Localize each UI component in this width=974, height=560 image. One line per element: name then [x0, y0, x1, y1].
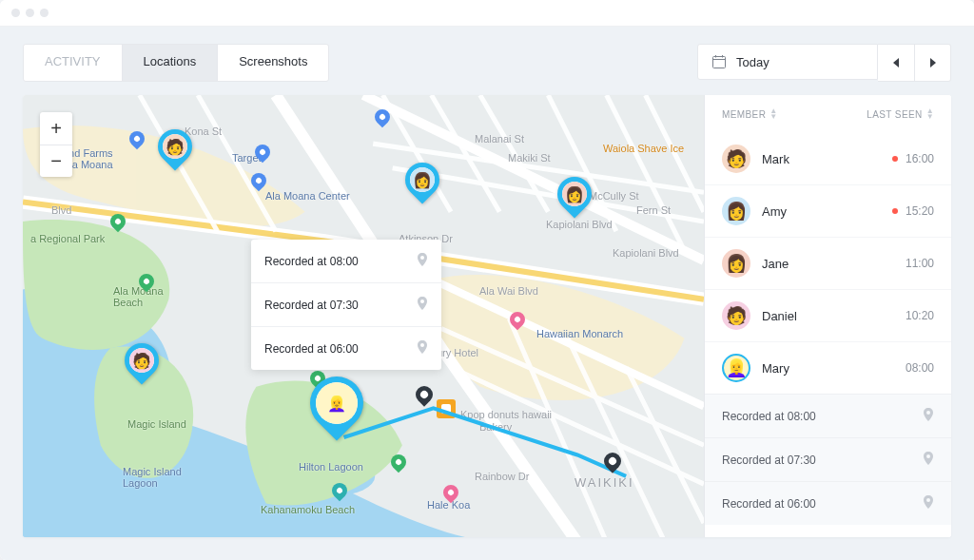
date-selector[interactable]: Today: [697, 44, 878, 80]
member-time: 11:00: [906, 257, 934, 270]
member-time: 08:00: [906, 361, 934, 375]
member-row[interactable]: 🧑 Daniel 10:20: [705, 289, 951, 341]
record-label: Recorded at 06:00: [722, 497, 816, 511]
map-view[interactable]: and Farms Ala MoanaKona StTargetAla Moan…: [23, 95, 704, 537]
poi-pin: [255, 145, 270, 164]
map-label: Rainbow Dr: [475, 471, 529, 482]
member-name: Daniel: [762, 309, 797, 323]
live-indicator-icon: [892, 208, 898, 214]
avatar: 🧑: [722, 145, 750, 173]
avatar: 🧑: [722, 301, 750, 330]
pin-icon: [417, 253, 428, 269]
poi-pin: [443, 485, 458, 504]
map-pin-jane[interactable]: 👩: [557, 177, 592, 219]
avatar: 👱‍♀️: [722, 354, 750, 382]
avatar: 👩: [722, 197, 750, 225]
traffic-dot: [11, 9, 20, 17]
sort-icon: ▲▼: [769, 108, 777, 120]
map-label: Fern St: [636, 204, 671, 216]
location-history-popup: Recorded at 08:00 Recorded at 07:30 Reco…: [251, 240, 441, 370]
popup-record-row[interactable]: Recorded at 08:00: [251, 240, 441, 282]
member-name: Mary: [762, 361, 789, 376]
chevron-left-icon: [893, 58, 899, 68]
chevron-right-icon: [930, 58, 936, 68]
pin-icon: [923, 408, 934, 424]
map-pin-amy[interactable]: 👩: [405, 163, 439, 204]
map-pin-daniel[interactable]: 🧑: [125, 343, 159, 385]
member-row[interactable]: 👱‍♀️ Mary 08:00: [705, 341, 951, 394]
avatar: 👩: [722, 249, 750, 278]
member-row[interactable]: 🧑 Mark 16:00: [705, 133, 951, 184]
map-label: Hilton Lagoon: [299, 461, 363, 473]
pin-icon: [923, 452, 934, 468]
map-label: Kahanamoku Beach: [261, 504, 355, 515]
map-label: Hawaiian Monarch: [536, 328, 623, 339]
live-indicator-icon: [892, 156, 898, 162]
poi-pin: [129, 131, 145, 150]
zoom-in-button[interactable]: +: [40, 112, 72, 145]
sort-member[interactable]: MEMBER ▲▼: [722, 108, 778, 120]
map-label: Magic Island Lagoon: [123, 466, 182, 489]
record-row[interactable]: Recorded at 08:00: [705, 394, 951, 437]
route-waypoint-marker[interactable]: [604, 453, 621, 475]
map-label: Makiki St: [508, 152, 551, 164]
tab-locations[interactable]: Locations: [123, 45, 219, 81]
record-row[interactable]: Recorded at 06:00: [705, 481, 951, 525]
record-row[interactable]: Recorded at 07:30: [705, 437, 951, 481]
popup-record-label: Recorded at 08:00: [264, 255, 359, 268]
record-label: Recorded at 07:30: [722, 454, 816, 467]
window-titlebar: [0, 0, 974, 27]
route-waypoint-marker[interactable]: [416, 386, 433, 409]
date-prev-button[interactable]: [878, 45, 914, 81]
map-label: Blvd: [51, 204, 71, 216]
zoom-out-button[interactable]: −: [40, 145, 72, 177]
member-header-label: MEMBER: [722, 109, 766, 120]
map-label: WAIKIKI: [575, 475, 634, 490]
popup-record-label: Recorded at 07:30: [264, 299, 359, 312]
map-label: McCully St: [589, 190, 639, 202]
pin-icon: [923, 495, 934, 512]
map-label: Ala Wai Blvd: [479, 285, 538, 297]
member-time: 16:00: [906, 152, 934, 165]
member-row[interactable]: 👩 Amy 15:20: [705, 184, 951, 237]
pin-icon: [417, 297, 428, 313]
poi-pin: [251, 173, 266, 192]
member-row[interactable]: 👩 Jane 11:00: [705, 237, 951, 289]
member-time: 15:20: [906, 204, 934, 218]
sort-icon: ▲▼: [926, 108, 934, 120]
view-tabs: ACTIVITY Locations Screenshots: [23, 44, 329, 82]
poi-pin: [391, 454, 406, 473]
members-sidebar: MEMBER ▲▼ LAST SEEN ▲▼ 🧑 Mark 16:00 👩 Am…: [704, 95, 951, 537]
record-label: Recorded at 08:00: [722, 410, 816, 423]
member-name: Amy: [762, 204, 787, 219]
popup-record-label: Recorded at 06:00: [264, 342, 359, 356]
popup-record-row[interactable]: Recorded at 06:00: [251, 326, 441, 370]
date-next-button[interactable]: [914, 45, 950, 81]
member-name: Jane: [762, 257, 789, 271]
map-label: Malanai St: [475, 133, 524, 145]
map-label: Ala Moana Center: [265, 190, 350, 202]
svg-rect-0: [713, 57, 726, 68]
date-label: Today: [736, 55, 769, 69]
map-label: Kapiolani Blvd: [546, 219, 613, 230]
map-pin-selected[interactable]: 👱‍♀️: [310, 377, 363, 437]
traffic-dot: [26, 9, 34, 17]
tab-activity[interactable]: ACTIVITY: [24, 45, 123, 81]
sort-last-seen[interactable]: LAST SEEN ▲▼: [867, 108, 934, 120]
tab-screenshots[interactable]: Screenshots: [218, 45, 328, 81]
calendar-icon: [711, 54, 727, 69]
map-label: Kapiolani Blvd: [613, 247, 679, 259]
poi-pin: [139, 274, 154, 293]
map-pin-mark[interactable]: 🧑: [158, 129, 192, 171]
map-label: ury Hotel: [437, 347, 478, 358]
poi-pin: [375, 109, 390, 128]
member-name: Mark: [762, 152, 789, 166]
poi-pin: [510, 312, 525, 331]
popup-record-row[interactable]: Recorded at 07:30: [251, 282, 441, 326]
pin-icon: [417, 340, 428, 357]
poi-pin: [110, 214, 126, 233]
map-label: Waiola Shave Ice: [603, 143, 684, 154]
traffic-dot: [40, 9, 49, 17]
poi-restaurant-icon: [437, 399, 456, 418]
map-label: Magic Island: [127, 418, 186, 430]
